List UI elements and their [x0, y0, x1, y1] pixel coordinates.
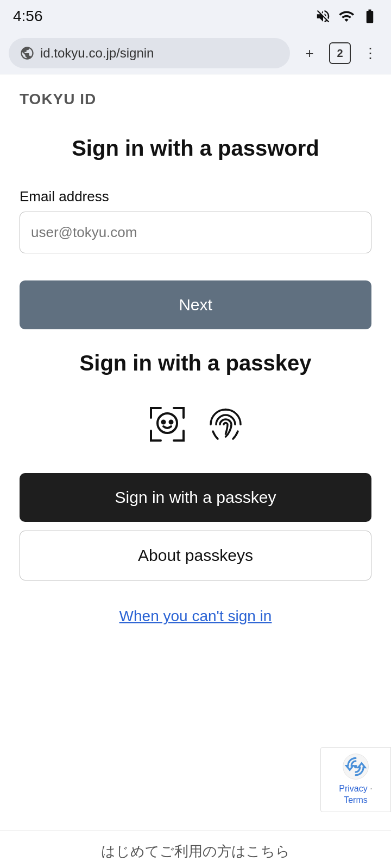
status-time: 4:56 [13, 8, 43, 25]
browser-chrome: id.tokyu.co.jp/signin + 2 ⋮ [0, 33, 391, 74]
address-bar-icon [20, 46, 35, 61]
svg-point-0 [157, 413, 177, 433]
battery-icon [362, 8, 378, 24]
email-form-group: Email address [20, 188, 371, 253]
passkey-icons [20, 403, 371, 446]
menu-button[interactable]: ⋮ [358, 41, 382, 65]
wifi-icon [338, 8, 355, 24]
recaptcha-terms-link[interactable]: Terms [344, 795, 368, 805]
tab-count-button[interactable]: 2 [329, 42, 351, 64]
bottom-bar: はじめてご利用の方はこちら [0, 831, 391, 868]
cant-sign-in-section: When you can't sign in [20, 608, 371, 625]
address-bar[interactable]: id.tokyu.co.jp/signin [9, 38, 290, 68]
recaptcha-badge: Privacy · Terms [320, 747, 391, 812]
email-label: Email address [20, 188, 371, 205]
new-user-link[interactable]: はじめてご利用の方はこちら [101, 843, 290, 859]
recaptcha-text: Privacy · Terms [329, 783, 383, 806]
recaptcha-logo-icon [342, 753, 369, 780]
fingerprint-icon [205, 404, 246, 445]
muted-icon [315, 8, 331, 24]
sign-in-passkey-button[interactable]: Sign in with a passkey [20, 473, 371, 522]
status-icons [315, 8, 378, 24]
page-content: TOKYU ID Sign in with a password Email a… [0, 74, 391, 868]
password-section-title: Sign in with a password [20, 135, 371, 161]
svg-point-1 [162, 421, 165, 424]
address-bar-url: id.tokyu.co.jp/signin [40, 46, 154, 61]
new-tab-button[interactable]: + [298, 41, 321, 65]
recaptcha-privacy-link[interactable]: Privacy [339, 784, 367, 793]
passkey-section-title: Sign in with a passkey [20, 351, 371, 375]
face-id-icon [146, 403, 189, 446]
cant-sign-in-link[interactable]: When you can't sign in [119, 608, 272, 624]
svg-point-4 [354, 765, 357, 768]
brand-title: TOKYU ID [20, 91, 371, 108]
status-bar: 4:56 [0, 0, 391, 33]
svg-point-2 [169, 421, 172, 424]
about-passkeys-button[interactable]: About passkeys [20, 531, 371, 580]
next-button[interactable]: Next [20, 280, 371, 329]
email-input[interactable] [20, 212, 371, 253]
